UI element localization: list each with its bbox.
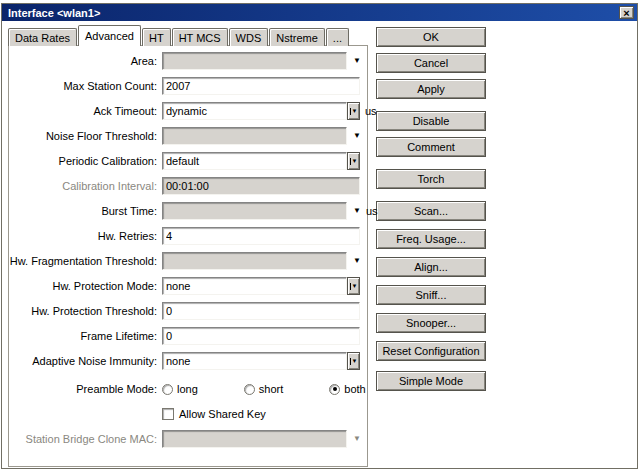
torch-button[interactable]: Torch <box>376 169 486 189</box>
radio-label: both <box>344 383 365 395</box>
calibration-interval-input: 00:01:00 <box>162 177 360 195</box>
checkbox-label: Allow Shared Key <box>179 408 266 420</box>
button-column: OK Cancel Apply Disable Comment Torch Sc… <box>376 27 486 391</box>
advanced-tab-page: Area: ▼ Max Station Count: Ack Timeout: … <box>8 45 368 467</box>
radio-both[interactable]: both <box>329 383 365 395</box>
tab-bar: Data Rates Advanced HT HT MCS WDS Nstrem… <box>8 25 637 46</box>
toggle-down-icon: ▼ <box>352 108 358 114</box>
tab-more[interactable]: ... <box>326 28 349 46</box>
adaptive-noise-immunity-row: Adaptive Noise Immunity: ▼ <box>9 351 367 371</box>
reset-configuration-button[interactable]: Reset Configuration <box>376 341 486 361</box>
unit-label: us <box>365 105 377 117</box>
area-label: Area: <box>9 55 162 67</box>
cancel-button[interactable]: Cancel <box>376 53 486 73</box>
toggle-down-icon: ▼ <box>352 283 358 289</box>
close-icon: × <box>623 8 629 18</box>
toggle-down-icon: ▼ <box>352 158 358 164</box>
adaptive-noise-immunity-toggle-button[interactable]: ▼ <box>347 352 360 370</box>
sniff-button[interactable]: Sniff... <box>376 285 486 305</box>
noise-floor-threshold-combo <box>162 127 347 145</box>
station-bridge-clone-mac-label: Station Bridge Clone MAC: <box>9 433 162 445</box>
hw-protection-mode-toggle-button[interactable]: ▼ <box>347 277 360 295</box>
freq-usage-button[interactable]: Freq. Usage... <box>376 229 486 249</box>
ack-timeout-toggle-button[interactable]: ▼ <box>347 102 360 120</box>
window-title: Interface <wlan1> <box>8 7 619 19</box>
hw-retries-input[interactable] <box>162 227 360 245</box>
tab-nstreme[interactable]: Nstreme <box>269 28 325 46</box>
comment-button[interactable]: Comment <box>376 137 486 157</box>
burst-time-label: Burst Time: <box>9 205 162 217</box>
snooper-button[interactable]: Snooper... <box>376 313 486 333</box>
tab-ht[interactable]: HT <box>142 28 171 46</box>
max-station-count-input[interactable] <box>162 77 360 95</box>
radio-long[interactable]: long <box>162 383 198 395</box>
hw-retries-label: Hw. Retries: <box>9 230 162 242</box>
simple-mode-button[interactable]: Simple Mode <box>376 371 486 391</box>
chevron-down-icon: ▼ <box>353 57 361 65</box>
hw-protection-threshold-label: Hw. Protection Threshold: <box>9 305 162 317</box>
chevron-down-icon: ▼ <box>353 132 361 140</box>
preamble-mode-label: Preamble Mode: <box>9 383 162 395</box>
adaptive-noise-immunity-label: Adaptive Noise Immunity: <box>9 355 162 367</box>
ack-timeout-label: Ack Timeout: <box>9 105 162 117</box>
tab-data-rates[interactable]: Data Rates <box>8 28 77 46</box>
station-bridge-clone-mac-combo <box>162 430 347 448</box>
chevron-down-icon: ▼ <box>353 257 361 265</box>
burst-time-combo <box>162 202 347 220</box>
checkbox-icon <box>162 408 174 420</box>
tab-advanced[interactable]: Advanced <box>78 25 141 46</box>
disable-button[interactable]: Disable <box>376 111 486 131</box>
periodic-calibration-toggle-button[interactable]: ▼ <box>347 152 360 170</box>
unit-label: us <box>366 205 378 217</box>
area-row: Area: ▼ <box>9 51 367 71</box>
close-button[interactable]: × <box>619 6 634 19</box>
preamble-radio-group: long short both <box>162 383 366 395</box>
toggle-down-icon: ▼ <box>352 358 358 364</box>
periodic-calibration-row: Periodic Calibration: ▼ <box>9 151 367 171</box>
hw-protection-threshold-input[interactable] <box>162 302 360 320</box>
tab-wds[interactable]: WDS <box>229 28 269 46</box>
chevron-down-icon: ▼ <box>353 435 361 443</box>
station-bridge-clone-mac-row: Station Bridge Clone MAC: ▼ <box>9 429 367 449</box>
adaptive-noise-immunity-input[interactable] <box>162 352 347 370</box>
radio-icon <box>244 384 255 395</box>
frame-lifetime-label: Frame Lifetime: <box>9 330 162 342</box>
radio-short[interactable]: short <box>244 383 283 395</box>
interface-dialog: Interface <wlan1> × Data Rates Advanced … <box>1 3 638 469</box>
title-bar[interactable]: Interface <wlan1> × <box>2 4 637 21</box>
ack-timeout-input[interactable] <box>162 102 347 120</box>
radio-icon <box>162 384 173 395</box>
frame-lifetime-row: Frame Lifetime: <box>9 326 367 346</box>
frame-lifetime-input[interactable] <box>162 327 360 345</box>
hw-retries-row: Hw. Retries: <box>9 226 367 246</box>
chevron-down-icon: ▼ <box>353 207 361 215</box>
tab-ht-mcs[interactable]: HT MCS <box>172 28 228 46</box>
apply-button[interactable]: Apply <box>376 79 486 99</box>
scan-button[interactable]: Scan... <box>376 201 486 221</box>
radio-label: long <box>177 383 198 395</box>
periodic-calibration-label: Periodic Calibration: <box>9 155 162 167</box>
hw-fragmentation-threshold-row: Hw. Fragmentation Threshold: ▼ <box>9 251 367 271</box>
hw-fragmentation-threshold-label: Hw. Fragmentation Threshold: <box>9 255 162 267</box>
hw-protection-mode-input[interactable] <box>162 277 347 295</box>
max-station-count-row: Max Station Count: <box>9 76 367 96</box>
burst-time-row: Burst Time: ▼ us <box>9 201 367 221</box>
hw-protection-mode-label: Hw. Protection Mode: <box>9 280 162 292</box>
ack-timeout-row: Ack Timeout: ▼ us <box>9 101 367 121</box>
noise-floor-threshold-row: Noise Floor Threshold: ▼ <box>9 126 367 146</box>
allow-shared-key-checkbox[interactable]: Allow Shared Key <box>162 408 266 420</box>
calibration-interval-label: Calibration Interval: <box>9 180 162 192</box>
align-button[interactable]: Align... <box>376 257 486 277</box>
radio-label: short <box>259 383 283 395</box>
hw-fragmentation-threshold-combo <box>162 252 347 270</box>
hw-protection-threshold-row: Hw. Protection Threshold: <box>9 301 367 321</box>
area-combo <box>162 52 347 70</box>
periodic-calibration-input[interactable] <box>162 152 347 170</box>
allow-shared-key-row: Allow Shared Key <box>9 404 367 424</box>
max-station-count-label: Max Station Count: <box>9 80 162 92</box>
radio-icon <box>329 384 340 395</box>
preamble-mode-row: Preamble Mode: long short both <box>9 379 367 399</box>
noise-floor-threshold-label: Noise Floor Threshold: <box>9 130 162 142</box>
calibration-interval-row: Calibration Interval: 00:01:00 <box>9 176 367 196</box>
hw-protection-mode-row: Hw. Protection Mode: ▼ <box>9 276 367 296</box>
